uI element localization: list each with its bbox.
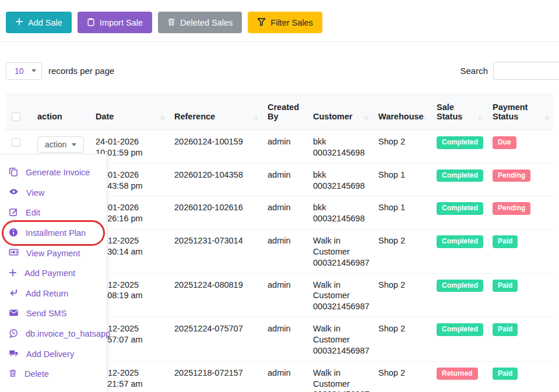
- sort-arrows-icon[interactable]: ↑↓: [544, 114, 549, 121]
- clipboard-icon: [87, 17, 95, 28]
- customer-value: bkk 00032145698: [313, 137, 365, 157]
- created-by-cell: admin: [262, 130, 307, 164]
- reference-value: 20260120-104358: [174, 170, 243, 179]
- warehouse-value: Shop 2: [378, 280, 405, 289]
- select-all-header: [6, 93, 31, 130]
- column-header[interactable]: Payment Status ↑↓: [487, 93, 553, 130]
- customer-value: bkk 00032145698: [313, 170, 365, 190]
- menu-item[interactable]: Generate Invoice: [0, 163, 107, 183]
- created-by-cell: admin: [262, 163, 307, 196]
- menu-item[interactable]: View: [0, 183, 107, 203]
- sort-arrows-icon[interactable]: ↑↓: [253, 114, 257, 121]
- payment-status-badge: Paid: [493, 368, 518, 380]
- eye-icon: [9, 187, 19, 198]
- customer-value: Walk in Customer 000321456987: [313, 368, 370, 392]
- menu-item-label: Installment Plan: [26, 228, 86, 238]
- return-icon: [9, 288, 18, 299]
- add-sale-label: Add Sale: [28, 18, 62, 27]
- column-header: action: [31, 93, 90, 130]
- plus-icon: [15, 17, 23, 27]
- menu-item[interactable]: Add Return: [0, 284, 107, 304]
- select-all-checkbox[interactable]: [12, 112, 20, 121]
- sort-arrows-icon[interactable]: ↑↓: [364, 114, 368, 121]
- column-label: Date: [96, 112, 114, 121]
- created-by-value: admin: [268, 137, 291, 146]
- customer-value: Walk in Customer 000321456987: [313, 324, 370, 355]
- payment-status-badge: Paid: [493, 323, 518, 336]
- warehouse-value: Shop 1: [378, 203, 405, 212]
- reference-value: 20251224-080819: [174, 280, 243, 289]
- page-length-group: 10 records per page: [6, 62, 114, 80]
- add-sale-button[interactable]: Add Sale: [6, 12, 72, 33]
- sort-arrows-icon[interactable]: ↑↓: [160, 114, 164, 121]
- menu-item[interactable]: Installment Plan: [0, 223, 107, 243]
- action-dropdown-button[interactable]: action: [37, 136, 84, 153]
- filter-sales-label: Filter Sales: [270, 18, 313, 27]
- action-dropdown-menu: Generate Invoice View Edit Installment P…: [0, 154, 107, 392]
- whatsapp-icon: [9, 329, 18, 340]
- deleted-sales-button[interactable]: Deleted Sales: [158, 12, 242, 33]
- menu-item[interactable]: Edit: [0, 203, 107, 223]
- reference-value: 20251218-072157: [174, 368, 243, 377]
- toolbar: Add Sale Import Sale Deleted Sales Filte…: [0, 0, 559, 42]
- column-header: Created By: [262, 93, 307, 130]
- menu-item-label: Add Payment: [24, 269, 75, 278]
- payment-status-badge: Pending: [493, 202, 530, 215]
- column-header[interactable]: Warehouse ↑↓: [372, 93, 431, 130]
- column-label: Reference: [174, 112, 215, 121]
- sort-arrows-icon[interactable]: ↑↓: [478, 114, 482, 121]
- menu-item[interactable]: Add Payment: [0, 263, 107, 284]
- sale-status-badge: Completed: [437, 280, 483, 292]
- column-header[interactable]: Sale Status ↑↓: [431, 93, 487, 130]
- row-checkbox[interactable]: [12, 138, 20, 147]
- customer-value: bkk 00032145698: [313, 203, 365, 223]
- warehouse-cell: Shop 2: [372, 317, 431, 362]
- filter-sales-button[interactable]: Filter Sales: [248, 12, 322, 33]
- reference-cell: 20260124-100159: [168, 130, 262, 164]
- warehouse-value: Shop 2: [378, 368, 405, 377]
- column-header[interactable]: Customer ↑↓: [307, 93, 372, 130]
- payment-status-cell: Due: [487, 130, 553, 164]
- payment-status-cell: Pending: [487, 196, 553, 229]
- page-length-select[interactable]: 10: [6, 62, 42, 80]
- page-length-label: records per page: [48, 66, 114, 76]
- reference-value: 20251224-075707: [174, 324, 243, 333]
- money-icon: [9, 248, 19, 259]
- chevron-down-icon: [31, 69, 36, 72]
- menu-item-label: Add Return: [26, 289, 68, 298]
- customer-cell: Walk in Customer 000321456987: [307, 317, 372, 362]
- menu-item[interactable]: db.invoice_to_hatsapp: [0, 324, 107, 344]
- created-by-cell: admin: [262, 229, 307, 274]
- menu-item[interactable]: View Payment: [0, 243, 107, 263]
- menu-item[interactable]: Add Delivery: [0, 344, 107, 364]
- menu-item[interactable]: Delete: [0, 364, 107, 384]
- sale-status-cell: Returned: [431, 361, 487, 392]
- plus-icon: [9, 269, 17, 278]
- warehouse-cell: Shop 1: [372, 163, 431, 196]
- warehouse-cell: Shop 2: [372, 361, 431, 392]
- customer-cell: Walk in Customer 000321456987: [307, 361, 372, 392]
- page-length-value: 10: [15, 66, 24, 76]
- sales-page: Add Sale Import Sale Deleted Sales Filte…: [0, 0, 559, 392]
- sale-status-badge: Completed: [437, 169, 483, 182]
- sale-status-badge: Returned: [437, 368, 478, 380]
- column-header[interactable]: Reference ↑↓: [168, 93, 262, 130]
- menu-item-label: db.invoice_to_hatsapp: [26, 329, 110, 338]
- created-by-cell: admin: [262, 273, 307, 317]
- menu-item-label: Generate Invoice: [26, 168, 90, 177]
- copy-icon: [9, 167, 18, 178]
- warehouse-cell: Shop 1: [372, 196, 431, 229]
- menu-item[interactable]: Send SMS: [0, 303, 107, 324]
- import-sale-button[interactable]: Import Sale: [78, 12, 152, 33]
- column-header[interactable]: Date ↑↓: [90, 93, 168, 130]
- reference-cell: 20251218-072157: [168, 361, 262, 392]
- menu-item-label: Add Delivery: [26, 349, 74, 359]
- customer-cell: Walk in Customer 000321456987: [307, 273, 372, 317]
- reference-value: 20260124-100159: [174, 137, 243, 146]
- created-by-value: admin: [268, 203, 291, 212]
- sort-arrows-icon[interactable]: ↑↓: [422, 114, 426, 121]
- customer-cell: bkk 00032145698: [307, 163, 372, 196]
- customer-value: Walk in Customer 000321456987: [313, 236, 370, 267]
- search-input[interactable]: [493, 62, 559, 80]
- payment-status-cell: Paid: [487, 229, 553, 274]
